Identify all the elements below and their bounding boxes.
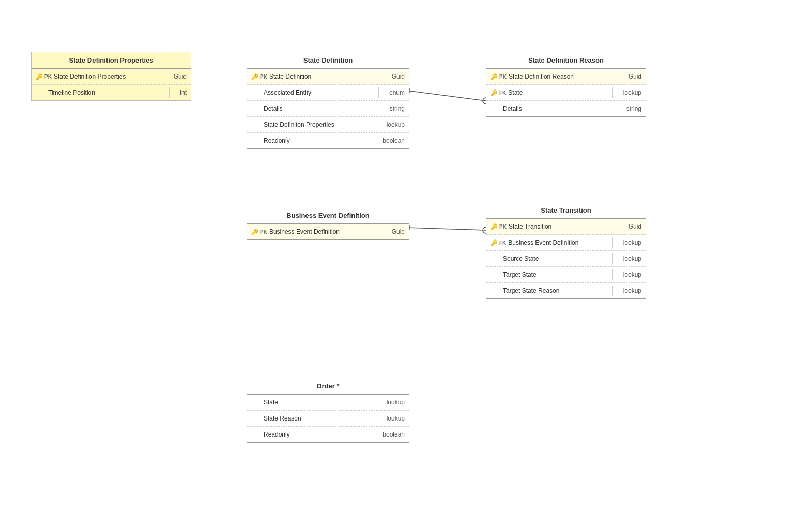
key-icon: 🔑	[36, 73, 43, 80]
divider	[618, 71, 618, 82]
field-name: Timeline Position	[36, 89, 165, 96]
table-row: 🔑 PK State Definition Guid	[247, 69, 409, 85]
field-name: State Reason	[251, 415, 372, 422]
table-row: 🔑 PK State Transition Guid	[486, 219, 646, 235]
field-type: Guid	[386, 228, 405, 235]
field-name: State	[508, 89, 608, 96]
field-type: int	[174, 89, 187, 96]
table-title: State Definition Reason	[528, 56, 604, 64]
key-icon: 🔑	[491, 239, 498, 246]
state-transition-header: State Transition	[486, 202, 646, 219]
table-row: Timeline Position int	[32, 85, 191, 100]
divider	[616, 103, 616, 114]
field-name: Business Event Definition	[269, 228, 377, 235]
divider	[612, 269, 613, 280]
svg-line-7	[407, 228, 486, 230]
state-definition-reason-header: State Definition Reason	[486, 52, 646, 69]
field-type: lookup	[380, 121, 405, 128]
table-row: Details string	[247, 101, 409, 117]
field-name: Target State	[491, 271, 608, 278]
table-title: State Definition Properties	[69, 56, 153, 64]
field-type: lookup	[617, 239, 641, 246]
state-definition-properties-table: State Definition Properties 🔑 PK State D…	[31, 52, 191, 101]
field-name: Business Event Definition	[508, 239, 608, 246]
table-row: State lookup	[247, 395, 409, 411]
field-type: Guid	[622, 223, 641, 230]
key-type-label: FK	[499, 90, 506, 96]
business-event-definition-table: Business Event Definition 🔑 PK Business …	[247, 207, 409, 240]
key-icon: 🔑	[251, 229, 258, 235]
field-name: Target State Reason	[491, 287, 608, 294]
table-title: State Definition	[303, 56, 353, 64]
field-name: Readonly	[251, 137, 367, 144]
key-type-label: PK	[260, 74, 267, 80]
divider	[379, 103, 379, 114]
divider	[378, 87, 379, 98]
field-name: State Definiton Properties	[251, 121, 372, 128]
field-name: State Definition Reason	[509, 73, 614, 80]
field-type: boolean	[376, 137, 405, 144]
table-row: 🔑 FK State lookup	[486, 85, 646, 101]
divider	[376, 397, 376, 408]
table-title: State Transition	[541, 206, 591, 214]
field-type: lookup	[380, 399, 405, 406]
field-name: Details	[491, 105, 611, 112]
divider	[612, 253, 613, 264]
table-row: Readonly boolean	[247, 427, 409, 442]
field-type: lookup	[617, 271, 641, 278]
divider	[169, 87, 170, 98]
field-name: State Definition	[269, 73, 377, 80]
divider	[612, 286, 613, 296]
state-definition-reason-table: State Definition Reason 🔑 PK State Defin…	[486, 52, 646, 117]
state-definition-table: State Definition 🔑 PK State Definition G…	[247, 52, 409, 149]
field-type: lookup	[617, 89, 641, 96]
order-header: Order *	[247, 378, 409, 395]
divider	[376, 119, 376, 130]
field-type: lookup	[617, 255, 641, 262]
key-type-label: PK	[260, 229, 267, 235]
business-event-definition-header: Business Event Definition	[247, 207, 409, 224]
divider	[376, 413, 376, 424]
field-type: enum	[383, 89, 405, 96]
table-row: 🔑 PK State Definition Reason Guid	[486, 69, 646, 85]
state-transition-table: State Transition 🔑 PK State Transition G…	[486, 202, 646, 299]
table-row: Readonly boolean	[247, 133, 409, 148]
table-row: Source State lookup	[486, 251, 646, 267]
table-title: Order *	[316, 382, 339, 390]
divider	[372, 429, 372, 440]
field-type: Guid	[167, 73, 187, 80]
divider	[612, 237, 613, 248]
diagram-canvas: State Definition Properties 🔑 PK State D…	[0, 0, 812, 525]
field-name: State Transition	[509, 223, 614, 230]
state-definition-header: State Definition	[247, 52, 409, 69]
state-definition-properties-header: State Definition Properties	[32, 52, 191, 69]
field-name: State Definition Properties	[54, 73, 159, 80]
key-type-label: PK	[499, 224, 507, 230]
table-row: 🔑 FK Business Event Definition lookup	[486, 235, 646, 251]
key-icon: 🔑	[491, 89, 498, 96]
key-icon: 🔑	[491, 223, 498, 230]
field-type: Guid	[622, 73, 641, 80]
field-type: string	[620, 105, 641, 112]
divider	[163, 71, 163, 82]
table-title: Business Event Definition	[286, 212, 369, 219]
key-type-label: PK	[44, 74, 52, 80]
table-row: Details string	[486, 101, 646, 116]
field-type: lookup	[617, 287, 641, 294]
svg-line-0	[407, 91, 486, 101]
divider	[612, 87, 613, 98]
key-icon: 🔑	[491, 73, 498, 80]
table-row: State Reason lookup	[247, 411, 409, 427]
field-name: Associated Entity	[251, 89, 374, 96]
field-type: string	[384, 105, 405, 112]
divider	[618, 221, 618, 232]
table-row: Target State lookup	[486, 267, 646, 283]
table-row: 🔑 PK Business Event Definition Guid	[247, 224, 409, 239]
order-table: Order * State lookup State Reason lookup…	[247, 378, 409, 443]
table-row: State Definiton Properties lookup	[247, 117, 409, 133]
field-type: Guid	[386, 73, 405, 80]
field-name: Details	[251, 105, 375, 112]
table-row: Associated Entity enum	[247, 85, 409, 101]
field-name: Readonly	[251, 431, 367, 438]
divider	[381, 71, 381, 82]
